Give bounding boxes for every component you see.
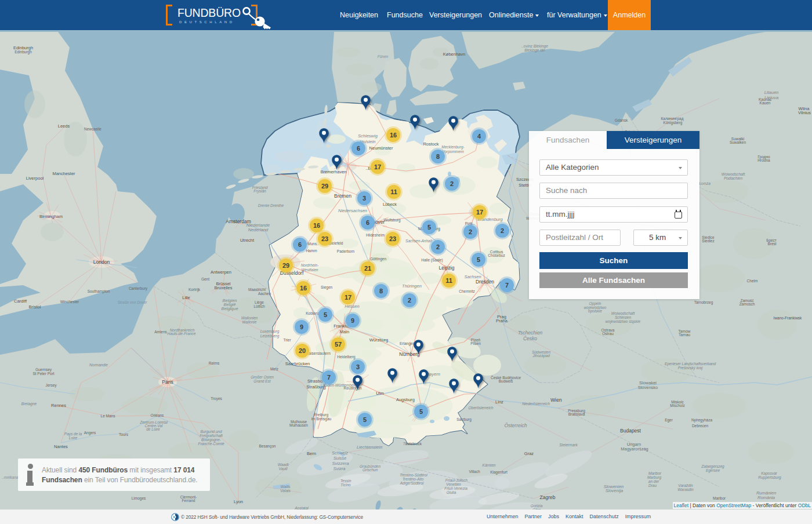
svg-text:Dresden: Dresden: [476, 279, 494, 285]
svg-text:Grischun: Grischun: [362, 468, 378, 472]
svg-text:Graz: Graz: [524, 451, 534, 456]
svg-text:Tarnobrzeg: Tarnobrzeg: [694, 300, 713, 305]
svg-text:an der: an der: [648, 479, 659, 483]
svg-text:Klagenfurt: Klagenfurt: [490, 470, 507, 475]
svg-text:Siedlez: Siedlez: [702, 239, 714, 243]
svg-text:Łomża: Łomża: [699, 181, 710, 185]
svg-text:Debrecen: Debrecen: [692, 424, 709, 428]
svg-text:Liverpool: Liverpool: [26, 176, 44, 181]
svg-text:Southampton: Southampton: [88, 289, 110, 294]
svg-text:Rennes: Rennes: [51, 403, 66, 408]
svg-text:Villach: Villach: [469, 470, 480, 474]
svg-text:Letzebuerg: Letzebuerg: [260, 334, 280, 339]
svg-text:Fryslân: Fryslân: [253, 189, 266, 194]
svg-text:Hildesheim: Hildesheim: [366, 233, 385, 237]
svg-text:Niederösterreich: Niederösterreich: [522, 402, 550, 406]
svg-text:Lille: Lille: [182, 295, 190, 300]
svg-text:Trier: Trier: [283, 338, 291, 342]
svg-text:Kortrijk: Kortrijk: [188, 288, 201, 292]
svg-text:Česko: Česko: [523, 336, 537, 341]
svg-text:Le Mans: Le Mans: [101, 414, 116, 418]
svg-text:România: România: [757, 495, 775, 500]
svg-text:Limoges: Limoges: [132, 496, 146, 501]
svg-text:Nordrhein-: Nordrhein-: [301, 263, 320, 267]
svg-text:Linz: Linz: [495, 399, 503, 405]
svg-text:Gorizia: Gorizia: [531, 504, 543, 508]
svg-text:Tschechien: Tschechien: [518, 330, 543, 336]
svg-text:Österreich: Österreich: [504, 423, 527, 428]
svg-text:Neumünster: Neumünster: [369, 145, 393, 151]
svg-text:Bruxelles: Bruxelles: [215, 285, 233, 290]
svg-text:Waadt: Waadt: [278, 463, 289, 467]
svg-text:Warasdin: Warasdin: [677, 487, 694, 492]
svg-text:Adige/Südtirol: Adige/Südtirol: [400, 481, 424, 486]
svg-text:Chelm: Chelm: [747, 279, 758, 283]
svg-text:Halle (Saale): Halle (Saale): [421, 258, 443, 263]
svg-text:Kärnten: Kärnten: [483, 463, 496, 467]
svg-text:Trentino-Alto: Trentino-Alto: [403, 477, 424, 481]
svg-text:Wien: Wien: [550, 397, 562, 403]
svg-text:Metz: Metz: [270, 367, 278, 371]
svg-text:Paderborn: Paderborn: [337, 249, 355, 253]
svg-text:Normandie: Normandie: [89, 363, 108, 367]
svg-text:Grand Est: Grand Est: [253, 379, 271, 383]
svg-text:Lübeck: Lübeck: [383, 202, 397, 207]
svg-text:Belgique: Belgique: [221, 306, 238, 311]
svg-text:Sachsen-Anhalt: Sachsen-Anhalt: [405, 239, 433, 243]
svg-text:Zamosch: Zamosch: [740, 302, 755, 306]
svg-text:Besançon: Besançon: [259, 444, 276, 449]
svg-text:opolskie: opolskie: [588, 309, 602, 314]
svg-text:Mischolz: Mischolz: [670, 403, 684, 407]
svg-text:Bretagne: Bretagne: [21, 402, 37, 406]
svg-text:Wallis: Wallis: [280, 485, 291, 489]
svg-text:Sachsen: Sachsen: [464, 274, 481, 279]
svg-text:Luxemburg: Luxemburg: [260, 329, 280, 334]
svg-text:Gdańsk: Gdańsk: [615, 118, 628, 122]
svg-text:Hamm: Hamm: [306, 249, 317, 253]
svg-text:Maribor: Maribor: [648, 471, 662, 475]
svg-text:Siegen: Siegen: [321, 285, 333, 290]
svg-text:Tours: Tours: [119, 432, 129, 436]
svg-text:Paris: Paris: [162, 379, 173, 385]
svg-text:Leeds: Leeds: [58, 123, 70, 129]
svg-text:Brest: Brest: [767, 242, 776, 246]
svg-text:Antwerpen: Antwerpen: [211, 270, 231, 275]
svg-text:Budweis: Budweis: [499, 379, 513, 383]
svg-text:Maribor: Maribor: [713, 496, 726, 500]
svg-text:województwo śląskie: województwo śląskie: [606, 319, 641, 324]
svg-text:Augsburg: Augsburg: [396, 397, 415, 402]
svg-text:London: London: [93, 259, 110, 265]
svg-text:Mulhausen: Mulhausen: [289, 423, 308, 427]
svg-text:Reims: Reims: [209, 361, 220, 365]
svg-text:Leipzig: Leipzig: [439, 265, 455, 271]
svg-text:Orléans: Orléans: [151, 413, 165, 417]
svg-text:Bremen: Bremen: [334, 193, 351, 199]
svg-text:Litauen: Litauen: [764, 90, 779, 95]
svg-text:Vaud: Vaud: [279, 467, 288, 471]
svg-text:Gent: Gent: [201, 277, 209, 281]
svg-text:Schleswig: Schleswig: [358, 133, 378, 139]
svg-text:Utrecht: Utrecht: [240, 238, 255, 243]
svg-text:Salzburg: Salzburg: [456, 417, 472, 422]
svg-text:Schlesien: Schlesien: [615, 315, 632, 319]
svg-text:Ostrau: Ostrau: [602, 332, 614, 336]
svg-text:..melkanal: ..melkanal: [2, 475, 19, 479]
svg-text:Wallonien: Wallonien: [241, 316, 258, 320]
svg-text:Loire: Loire: [69, 436, 78, 440]
svg-text:Varaždin: Varaždin: [678, 483, 693, 487]
svg-text:Ruppertsburg: Ruppertsburg: [758, 475, 781, 480]
svg-text:Kauen: Kauen: [760, 101, 771, 105]
svg-text:Bern: Bern: [307, 451, 316, 456]
svg-text:Aachen: Aachen: [258, 292, 271, 296]
svg-text:Canterbury: Canterbury: [129, 286, 148, 291]
svg-text:Nyiregyháza: Nyiregyháza: [691, 418, 713, 423]
svg-text:Wallonie: Wallonie: [242, 320, 257, 324]
svg-text:Ticino: Ticino: [340, 483, 351, 487]
svg-text:Jihozápad: Jihozápad: [532, 354, 550, 358]
svg-text:Winchester: Winchester: [60, 300, 79, 304]
svg-text:Jersey: Jersey: [45, 383, 57, 388]
svg-text:Svizra: Svizra: [334, 466, 346, 471]
svg-text:Friaul-Julisch: Friaul-Julisch: [445, 478, 468, 482]
svg-text:Valais: Valais: [280, 489, 291, 493]
svg-text:Praha: Praha: [496, 318, 508, 323]
